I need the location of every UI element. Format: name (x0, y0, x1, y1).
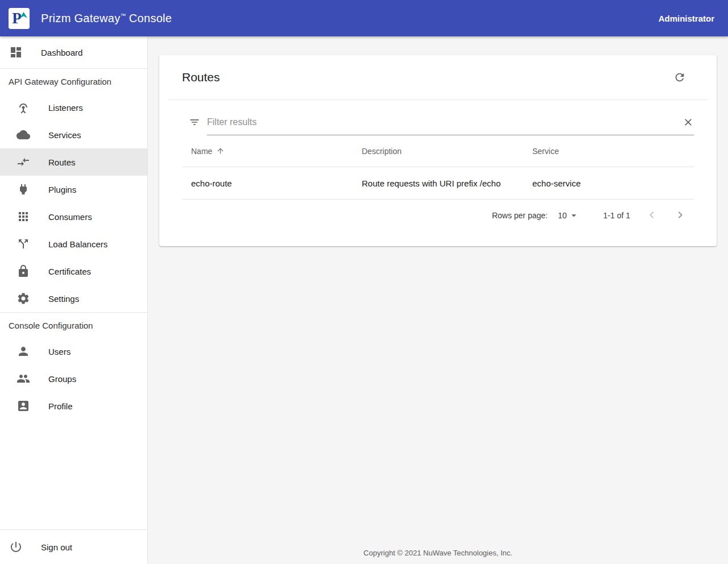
plug-icon (16, 183, 30, 196)
dashboard-icon (9, 45, 23, 59)
person-icon (16, 345, 30, 358)
sidebar-item-label: Routes (48, 157, 76, 167)
antenna-icon (16, 101, 30, 114)
rows-per-page-value: 10 (558, 211, 567, 220)
sidebar-item-label: Listeners (48, 103, 83, 113)
column-header-label: Name (191, 147, 212, 156)
rows-per-page-label: Rows per page: (492, 211, 548, 220)
sidebar-item-certificates[interactable]: Certificates (0, 258, 147, 285)
column-header-service[interactable]: Service (523, 147, 694, 156)
refresh-button[interactable] (673, 71, 686, 84)
sidebar-item-label: Profile (48, 401, 73, 411)
page-title: Routes (182, 70, 220, 84)
current-user[interactable]: Administrator (659, 14, 714, 23)
sidebar: Dashboard API Gateway Configuration List… (0, 36, 148, 564)
column-header-name[interactable]: Name (182, 147, 353, 156)
chevron-right-icon (673, 208, 687, 222)
contact-card-icon (16, 399, 30, 413)
sidebar-item-label: Services (48, 130, 81, 140)
sidebar-item-label: Dashboard (41, 48, 82, 57)
compare-arrows-icon (16, 155, 30, 169)
routes-table: Name Description Service echo-route Rout… (182, 135, 694, 200)
sort-ascending-icon (216, 147, 225, 155)
app-header: P Prizm Gateway™Console Administrator (0, 0, 728, 36)
sidebar-item-label: Groups (48, 374, 76, 384)
pagination: Rows per page: 10 1-1 of 1 (159, 200, 717, 231)
sidebar-item-profile[interactable]: Profile (0, 392, 147, 420)
sidebar-item-listeners[interactable]: Listeners (0, 94, 147, 121)
sidebar-item-dashboard[interactable]: Dashboard (0, 36, 147, 68)
sidebar-item-plugins[interactable]: Plugins (0, 176, 147, 203)
gear-icon (16, 292, 30, 305)
sidebar-item-label: Certificates (48, 267, 91, 276)
main-content: Routes Name Description (148, 36, 728, 564)
trademark-symbol: ™ (121, 13, 126, 19)
copyright-footer: Copyright © 2021 NuWave Technologies, In… (148, 549, 728, 557)
sidebar-item-consumers[interactable]: Consumers (0, 203, 147, 230)
call-split-icon (16, 237, 30, 251)
sidebar-item-groups[interactable]: Groups (0, 365, 147, 392)
filter-row (189, 109, 694, 135)
sidebar-item-settings[interactable]: Settings (0, 285, 147, 312)
column-header-label: Description (362, 147, 402, 156)
app-title: Prizm Gateway™Console (41, 12, 172, 25)
rows-per-page-select[interactable]: 10 (558, 210, 580, 221)
power-icon (9, 540, 23, 554)
sidebar-item-load-balancers[interactable]: Load Balancers (0, 230, 147, 258)
lock-icon (16, 264, 30, 278)
logo-triangle-icon (20, 12, 27, 19)
sidebar-item-label: Consumers (48, 212, 92, 222)
sign-out-button[interactable]: Sign out (0, 529, 147, 564)
divider (168, 99, 708, 100)
prizm-logo: P (9, 8, 30, 29)
column-header-label: Service (532, 147, 559, 156)
sidebar-item-label: Users (48, 347, 71, 356)
table-header-row: Name Description Service (182, 135, 694, 167)
cloud-icon (16, 128, 30, 142)
chevron-down-icon (568, 210, 580, 221)
sidebar-item-label: Load Balancers (48, 239, 107, 249)
refresh-icon (673, 71, 686, 84)
table-row[interactable]: echo-route Route requests with URI prefi… (182, 167, 694, 200)
clear-filter-button[interactable] (682, 117, 694, 128)
people-icon (16, 372, 30, 385)
sidebar-item-users[interactable]: Users (0, 338, 147, 365)
filter-icon (189, 117, 200, 128)
close-icon (682, 117, 694, 128)
column-header-description[interactable]: Description (353, 147, 523, 156)
sidebar-section-api-gateway: API Gateway Configuration (0, 69, 147, 94)
cell-description: Route requests with URI prefix /echo (353, 179, 523, 188)
card-header: Routes (159, 55, 717, 99)
cell-name: echo-route (182, 179, 353, 188)
pagination-range: 1-1 of 1 (603, 211, 630, 220)
chevron-left-icon (645, 208, 659, 222)
cell-service: echo-service (523, 179, 694, 188)
app-title-main: Prizm Gateway (41, 12, 121, 24)
previous-page-button[interactable] (645, 208, 659, 223)
sidebar-section-console-config: Console Configuration (0, 313, 147, 338)
routes-card: Routes Name Description (159, 55, 717, 246)
filter-input[interactable] (207, 117, 682, 127)
sidebar-item-services[interactable]: Services (0, 121, 147, 148)
filter-field (207, 109, 694, 135)
sidebar-item-label: Plugins (48, 185, 76, 194)
sidebar-item-label: Settings (48, 294, 79, 304)
apps-grid-icon (16, 210, 30, 223)
sidebar-item-routes[interactable]: Routes (0, 148, 147, 176)
next-page-button[interactable] (673, 208, 687, 223)
sign-out-label: Sign out (41, 542, 72, 552)
app-title-suffix: Console (129, 12, 172, 24)
